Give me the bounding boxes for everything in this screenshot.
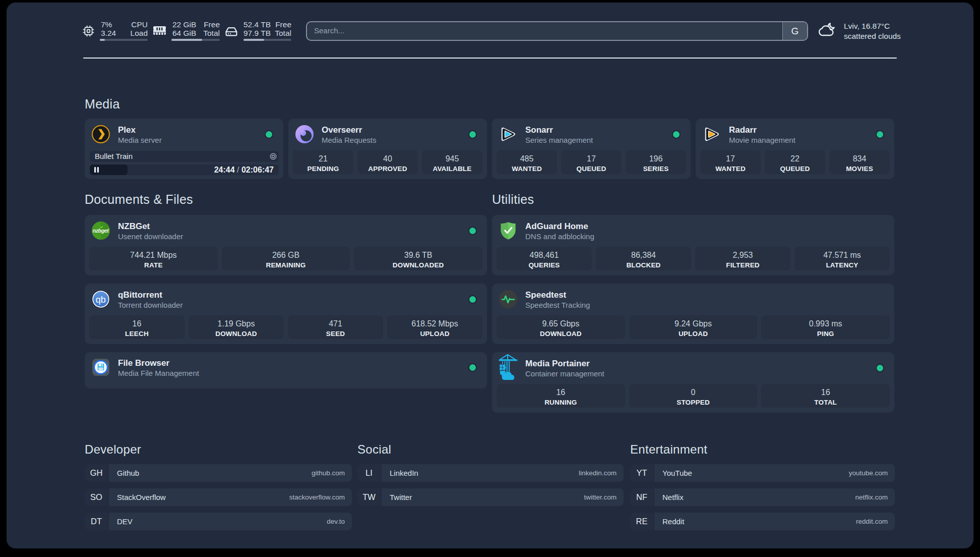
svg-text:nzbget: nzbget	[93, 228, 109, 234]
svg-text:qb: qb	[96, 295, 106, 305]
